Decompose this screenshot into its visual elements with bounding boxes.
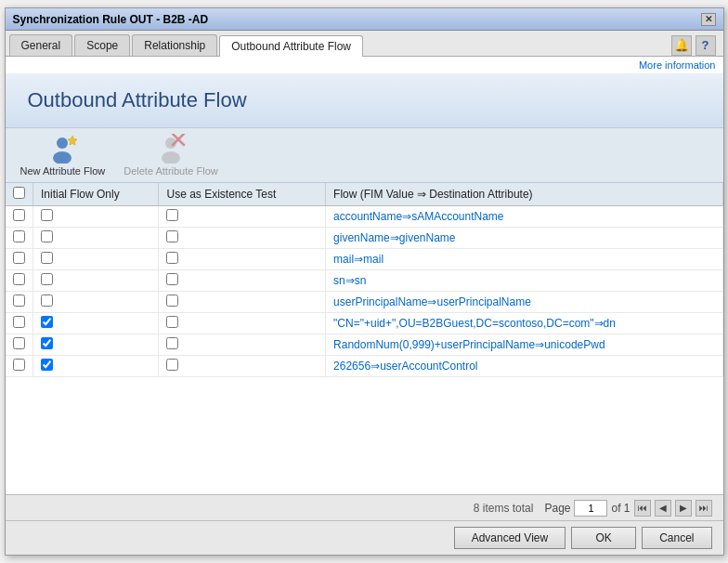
initial-flow-checkbox[interactable] — [41, 359, 53, 371]
existence-test-checkbox[interactable] — [166, 209, 178, 221]
flow-link[interactable]: accountName⇒sAMAccountName — [333, 210, 503, 223]
page-input[interactable] — [574, 500, 607, 517]
notification-icon-btn[interactable]: 🔔 — [671, 35, 692, 56]
tab-scope[interactable]: Scope — [74, 34, 130, 56]
flow-link[interactable]: RandomNum(0,999)+userPrincipalName⇒unico… — [333, 338, 604, 351]
help-icon: ? — [702, 38, 709, 52]
flow-link[interactable]: givenName⇒givenName — [333, 231, 455, 244]
cancel-button[interactable]: Cancel — [642, 527, 711, 549]
prev-page-button[interactable]: ◀ — [655, 500, 671, 517]
existence-test-checkbox[interactable] — [166, 295, 178, 307]
flow-link[interactable]: "CN="+uid+",OU=B2BGuest,DC=scontoso,DC=c… — [333, 317, 616, 330]
row-select-checkbox[interactable] — [13, 337, 25, 349]
existence-test-checkbox[interactable] — [166, 230, 178, 242]
existence-test-checkbox[interactable] — [166, 359, 178, 371]
first-page-button[interactable]: ⏮ — [634, 500, 651, 517]
col-header-select — [6, 183, 33, 206]
help-icon-btn[interactable]: ? — [696, 35, 716, 56]
more-info-link[interactable]: More information — [639, 59, 716, 71]
row-select-checkbox[interactable] — [13, 359, 25, 371]
last-page-button[interactable]: ⏭ — [696, 500, 712, 517]
advanced-view-button[interactable]: Advanced View — [454, 527, 566, 549]
table-row: RandomNum(0,999)+userPrincipalName⇒unico… — [6, 334, 723, 356]
page-header: Outbound Attribute Flow — [6, 73, 723, 128]
initial-flow-cell — [33, 228, 159, 249]
existence-test-cell — [159, 206, 326, 228]
col-header-flow: Flow (FIM Value ⇒ Destination Attribute) — [326, 183, 722, 206]
delete-attribute-flow-icon — [156, 134, 186, 164]
window-title: Synchronization Rule OUT - B2B -AD — [13, 13, 209, 26]
row-select-cell — [6, 292, 33, 313]
existence-test-checkbox[interactable] — [166, 316, 178, 328]
page-label: Page — [544, 502, 570, 515]
existence-test-checkbox[interactable] — [166, 337, 178, 349]
existence-test-cell — [159, 334, 326, 356]
flow-link[interactable]: mail⇒mail — [333, 253, 384, 266]
row-select-cell — [6, 206, 33, 228]
page-title: Outbound Attribute Flow — [28, 88, 701, 112]
initial-flow-checkbox[interactable] — [41, 209, 53, 221]
existence-test-checkbox[interactable] — [166, 252, 178, 264]
select-all-checkbox[interactable] — [13, 187, 25, 199]
initial-flow-cell — [33, 356, 159, 377]
flow-link[interactable]: 262656⇒userAccountControl — [333, 360, 477, 373]
initial-flow-cell — [33, 334, 159, 356]
row-select-checkbox[interactable] — [13, 209, 25, 221]
flow-link[interactable]: sn⇒sn — [333, 274, 366, 287]
initial-flow-cell — [33, 270, 159, 292]
delete-attribute-flow-button[interactable]: Delete Attribute Flow — [124, 134, 218, 177]
row-select-checkbox[interactable] — [13, 316, 25, 328]
initial-flow-cell — [33, 313, 159, 334]
tab-relationship[interactable]: Relationship — [132, 34, 217, 56]
items-total: 8 items total — [474, 502, 534, 515]
flow-value-cell: mail⇒mail — [326, 249, 722, 270]
initial-flow-checkbox[interactable] — [41, 337, 53, 349]
new-attribute-flow-button[interactable]: New Attribute Flow — [20, 134, 106, 177]
table-row: accountName⇒sAMAccountName — [6, 206, 723, 228]
svg-point-0 — [57, 137, 68, 149]
tab-outbound-attribute-flow[interactable]: Outbound Attribute Flow — [219, 35, 363, 57]
title-bar: Synchronization Rule OUT - B2B -AD ✕ — [6, 8, 723, 31]
delete-attribute-flow-label: Delete Attribute Flow — [124, 165, 218, 177]
flow-value-cell: 262656⇒userAccountControl — [326, 356, 722, 377]
notification-icon: 🔔 — [674, 38, 689, 52]
flow-value-cell: givenName⇒givenName — [326, 228, 722, 249]
table-row: givenName⇒givenName — [6, 228, 723, 249]
row-select-checkbox[interactable] — [13, 230, 25, 242]
row-select-cell — [6, 313, 33, 334]
initial-flow-checkbox[interactable] — [41, 230, 53, 242]
footer-bar: Advanced View OK Cancel — [6, 520, 723, 555]
initial-flow-checkbox[interactable] — [41, 295, 53, 307]
row-select-cell — [6, 334, 33, 356]
initial-flow-checkbox[interactable] — [41, 273, 53, 285]
attribute-flow-table: Initial Flow Only Use as Existence Test … — [6, 183, 723, 377]
row-select-cell — [6, 228, 33, 249]
row-select-checkbox[interactable] — [13, 252, 25, 264]
row-select-checkbox[interactable] — [13, 273, 25, 285]
initial-flow-checkbox[interactable] — [41, 316, 53, 328]
ok-button[interactable]: OK — [571, 527, 636, 549]
existence-test-cell — [159, 292, 326, 313]
flow-value-cell: sn⇒sn — [326, 270, 722, 292]
row-select-checkbox[interactable] — [13, 295, 25, 307]
existence-test-cell — [159, 313, 326, 334]
attribute-flow-table-container: Initial Flow Only Use as Existence Test … — [6, 183, 723, 494]
col-header-initial-flow: Initial Flow Only — [33, 183, 159, 206]
tab-general[interactable]: General — [9, 34, 73, 56]
initial-flow-checkbox[interactable] — [41, 252, 53, 264]
tabs-row: General Scope Relationship Outbound Attr… — [6, 31, 723, 57]
existence-test-cell — [159, 356, 326, 377]
tab-icons-area: 🔔 ? — [671, 35, 716, 56]
flow-value-cell: userPrincipalName⇒userPrincipalName — [326, 292, 722, 313]
flow-value-cell: accountName⇒sAMAccountName — [326, 206, 722, 228]
main-window: Synchronization Rule OUT - B2B -AD ✕ Gen… — [5, 7, 724, 556]
new-attribute-flow-label: New Attribute Flow — [20, 165, 106, 177]
existence-test-checkbox[interactable] — [166, 273, 178, 285]
next-page-button[interactable]: ▶ — [675, 500, 692, 517]
new-attribute-flow-icon — [47, 134, 77, 164]
svg-point-4 — [162, 151, 180, 164]
close-button[interactable]: ✕ — [701, 13, 716, 26]
table-row: mail⇒mail — [6, 249, 723, 270]
existence-test-cell — [159, 270, 326, 292]
flow-link[interactable]: userPrincipalName⇒userPrincipalName — [333, 295, 531, 308]
